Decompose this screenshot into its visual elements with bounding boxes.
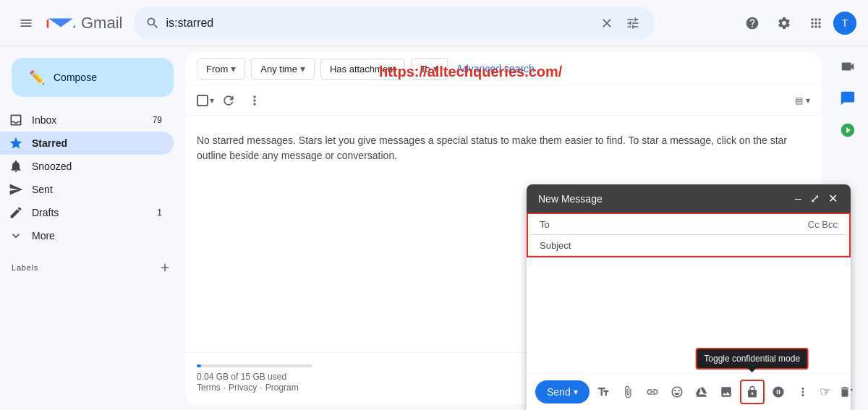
select-all-checkbox[interactable] [197, 95, 208, 106]
more-icon [9, 229, 23, 243]
footer-separator-2: · [260, 383, 262, 393]
sidebar-item-inbox[interactable]: Inbox 79 [0, 108, 174, 132]
sent-label: Sent [32, 184, 53, 195]
send-button-group: Send ▾ [535, 380, 590, 403]
compose-subject-input[interactable] [576, 239, 838, 251]
snoozed-icon [9, 159, 23, 174]
sidebar-item-sent[interactable]: Sent [0, 178, 174, 201]
inbox-icon [9, 113, 23, 127]
to-filter-button[interactable]: To ▾ [411, 58, 448, 80]
toolbar-row: ▾ ▤ ▾ [185, 86, 822, 116]
any-time-filter-button[interactable]: Any time ▾ [251, 58, 315, 80]
snoozed-label: Snoozed [32, 161, 72, 172]
compose-header[interactable]: New Message – ⤢ ✕ [527, 184, 851, 213]
terms-link[interactable]: Terms [197, 383, 221, 393]
any-time-filter-label: Any time [260, 64, 297, 74]
storage-text: 0.04 GB of 15 GB used [197, 372, 286, 382]
more-options-button[interactable] [792, 381, 814, 403]
refresh-button[interactable] [217, 89, 240, 112]
from-chevron-icon: ▾ [231, 63, 236, 74]
avatar[interactable]: T [833, 12, 856, 35]
advanced-search-link[interactable]: Advanced search [456, 63, 535, 74]
settings-button[interactable] [770, 9, 799, 38]
search-bar [134, 7, 655, 40]
signature-button[interactable] [767, 381, 789, 403]
right-sidebar-chat-button[interactable] [833, 84, 862, 113]
sidebar-item-starred[interactable]: Starred [0, 132, 174, 155]
empty-state: No starred messages. Stars let you give … [185, 116, 822, 181]
drafts-label: Drafts [32, 207, 59, 218]
search-icon [145, 16, 160, 30]
compose-expand-button[interactable]: ⤢ [809, 190, 821, 207]
more-label: More [32, 230, 55, 242]
search-input[interactable] [166, 17, 591, 30]
apps-button[interactable] [801, 9, 830, 38]
sent-icon [9, 182, 23, 197]
sidebar: ✏️ Compose Inbox 79 Starred Snoozed [0, 46, 185, 410]
labels-section: Labels [0, 247, 185, 282]
search-options-button[interactable] [623, 13, 643, 33]
more-actions-button[interactable] [243, 89, 266, 112]
footer-separator-1: · [224, 383, 226, 393]
starred-icon [9, 136, 23, 150]
compose-fields-section: To Cc Bcc Subject [527, 213, 851, 257]
top-bar: Gmail T [0, 0, 868, 46]
right-sidebar-meet-button[interactable] [833, 52, 862, 81]
link-button[interactable] [642, 381, 663, 403]
has-attachment-filter-label: Has attachment [330, 64, 396, 74]
compose-cc-bcc-button[interactable]: Cc Bcc [808, 219, 838, 230]
view-chevron-icon[interactable]: ▾ [806, 95, 810, 106]
drafts-icon [9, 205, 23, 220]
compose-body[interactable] [527, 257, 851, 373]
compose-pencil-icon: ✏️ [29, 69, 45, 85]
from-filter-button[interactable]: From ▾ [197, 58, 245, 80]
compose-button[interactable]: ✏️ Compose [12, 58, 174, 97]
select-all-wrap[interactable]: ▾ [197, 95, 214, 106]
select-dropdown-chevron-icon[interactable]: ▾ [210, 95, 214, 106]
photo-button[interactable] [715, 381, 737, 403]
format-button[interactable] [592, 381, 614, 403]
labels-title: Labels [12, 263, 38, 272]
search-filters: From ▾ Any time ▾ Has attachment To ▾ Ad… [185, 52, 822, 86]
gmail-logo: Gmail [46, 12, 122, 34]
svg-text:T: T [842, 17, 848, 29]
right-sidebar-spaces-button[interactable] [833, 116, 862, 145]
send-dropdown-icon[interactable]: ▾ [574, 387, 578, 397]
inbox-count: 79 [153, 115, 162, 125]
search-clear-button[interactable] [597, 13, 617, 33]
help-button[interactable] [738, 9, 767, 38]
compose-label: Compose [54, 72, 97, 83]
privacy-link[interactable]: Privacy [229, 383, 257, 393]
drafts-count: 1 [157, 208, 162, 218]
confidential-button[interactable] [740, 380, 765, 404]
compose-subject-label: Subject [540, 240, 571, 251]
send-button[interactable]: Send ▾ [535, 380, 590, 403]
sidebar-item-snoozed[interactable]: Snoozed [0, 155, 174, 178]
top-right-actions: T [738, 9, 856, 38]
storage-fill [197, 364, 201, 367]
add-label-button[interactable] [156, 259, 174, 276]
to-filter-label: To [420, 64, 430, 74]
compose-minimize-button[interactable]: – [793, 191, 803, 207]
empty-state-message: No starred messages. Stars let you give … [197, 133, 810, 163]
attach-button[interactable] [617, 381, 639, 403]
compose-title: New Message [538, 193, 793, 205]
has-attachment-filter-button[interactable]: Has attachment [320, 59, 405, 80]
compose-footer: Send ▾ Toggle confidential mode [527, 373, 851, 410]
compose-subject-field[interactable]: Subject [528, 235, 849, 256]
discard-button[interactable] [834, 381, 856, 403]
compose-to-input[interactable] [560, 218, 802, 230]
emoji-button[interactable] [666, 381, 688, 403]
sidebar-item-drafts[interactable]: Drafts 1 [0, 201, 174, 224]
compose-to-field[interactable]: To Cc Bcc [528, 214, 849, 235]
confidential-tooltip-container: Toggle confidential mode [740, 380, 765, 404]
drive-button[interactable] [691, 381, 712, 403]
gmail-wordmark: Gmail [81, 14, 122, 33]
sidebar-item-more[interactable]: More [0, 224, 174, 247]
to-chevron-icon: ▾ [433, 63, 438, 74]
hamburger-menu-button[interactable] [12, 9, 41, 38]
inbox-label: Inbox [32, 114, 56, 126]
compose-header-actions: – ⤢ ✕ [793, 190, 839, 207]
compose-close-button[interactable]: ✕ [827, 190, 839, 207]
program-link[interactable]: Program [265, 383, 299, 393]
